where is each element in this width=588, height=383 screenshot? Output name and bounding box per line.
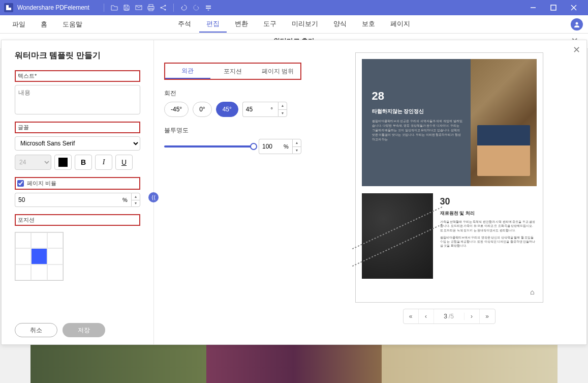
- menu-edit[interactable]: 편집: [199, 16, 227, 33]
- menu-home[interactable]: 홈: [34, 17, 54, 32]
- bold-button[interactable]: B: [75, 155, 92, 170]
- text-label: 텍스트*: [15, 70, 140, 82]
- font-label: 글꼴: [15, 122, 140, 133]
- preview-heading-2: 재료원천 및 처리: [440, 210, 537, 217]
- position-label: 포지션: [15, 214, 140, 226]
- cancel-button[interactable]: 취소: [15, 323, 57, 337]
- rotation-45[interactable]: 45°: [216, 102, 238, 117]
- pos-br[interactable]: [47, 264, 63, 280]
- opacity-unit: %: [280, 139, 292, 154]
- save-button[interactable]: 저장: [63, 323, 105, 337]
- svg-rect-8: [206, 8, 211, 9]
- position-grid: [15, 232, 64, 281]
- opacity-input[interactable]: [259, 139, 280, 154]
- opacity-slider[interactable]: [164, 145, 254, 148]
- menu-convert[interactable]: 변환: [228, 16, 255, 33]
- watermark-text-input[interactable]: [15, 85, 140, 114]
- preview-section-1: 28 타협하지않는 장인정신 컬럼비아콜렉티브의 성공은 우리의 피역자들과 석…: [362, 59, 471, 186]
- rotation-label: 회전: [164, 89, 301, 98]
- preview-num-2: 30: [440, 196, 537, 207]
- minimize-button[interactable]: [523, 0, 543, 15]
- rotation-neg45[interactable]: -45°: [164, 102, 189, 117]
- font-select[interactable]: Microsoft Sans Serif: [15, 136, 140, 151]
- maximize-button[interactable]: [543, 0, 564, 15]
- pos-tl[interactable]: [15, 232, 31, 248]
- tab-page-range[interactable]: 페이지 범위: [255, 64, 300, 79]
- opacity-label: 불투명도: [164, 126, 301, 135]
- preview-body-2a: 가족을 선택할때 우리는 육체적 편안함과 시력 편리에 중요을 두고 결정합니…: [440, 220, 537, 232]
- svg-rect-10: [551, 5, 556, 10]
- user-avatar[interactable]: [571, 18, 583, 31]
- menu-preview[interactable]: 미리보기: [285, 16, 325, 33]
- page-ratio-input[interactable]: [15, 193, 119, 207]
- pos-ml[interactable]: [15, 248, 31, 264]
- svg-rect-7: [206, 6, 211, 7]
- page-indicator: 3/5: [434, 313, 465, 320]
- save-icon[interactable]: [120, 2, 133, 14]
- menu-annotate[interactable]: 주석: [171, 16, 198, 33]
- menu-tools[interactable]: 도구: [256, 16, 284, 33]
- preview-page-icon: ⌂: [530, 288, 534, 296]
- page-ratio-label: 페이지 비율: [27, 180, 56, 187]
- tab-appearance[interactable]: 외관: [165, 64, 210, 79]
- mail-icon[interactable]: [133, 2, 145, 14]
- more-icon[interactable]: [202, 2, 214, 14]
- rotation-custom-input[interactable]: [242, 102, 266, 117]
- font-size-select[interactable]: 24: [15, 155, 51, 170]
- open-icon[interactable]: [108, 2, 120, 14]
- tab-position[interactable]: 포지션: [210, 64, 256, 79]
- app-logo: [4, 3, 13, 12]
- settings-tabs: 외관 포지션 페이지 범위: [164, 63, 301, 80]
- pos-mr[interactable]: [47, 248, 63, 264]
- rotation-0[interactable]: 0°: [193, 102, 211, 117]
- dialog-title: 워터마크 템플릿 만들기: [15, 50, 140, 61]
- italic-button[interactable]: I: [95, 155, 112, 170]
- preview-panel: 28 타협하지않는 장인정신 컬럼비아콜렉티브의 성공은 우리의 피역자들과 석…: [312, 40, 586, 344]
- page-navigation: « ‹ 3/5 › »: [403, 309, 496, 324]
- share-icon[interactable]: [157, 2, 169, 14]
- menubar: 파일 홈 도움말 주석 편집 변환 도구 미리보기 양식 보호 페이지: [0, 15, 588, 34]
- page-ratio-spinner[interactable]: ▴▾: [131, 193, 140, 207]
- menu-protect[interactable]: 보호: [355, 16, 382, 33]
- print-icon[interactable]: [145, 2, 157, 14]
- menu-help[interactable]: 도움말: [55, 17, 89, 32]
- menu-form[interactable]: 양식: [326, 16, 354, 33]
- middle-panel: 외관 포지션 페이지 범위 회전 -45° 0° 45° ° ▴▾ 불투명도 %…: [154, 40, 312, 344]
- dialog-close-icon[interactable]: ✕: [573, 44, 580, 55]
- nav-next-button[interactable]: ›: [465, 309, 480, 323]
- redo-icon[interactable]: [190, 2, 202, 14]
- pos-bc[interactable]: [31, 264, 47, 280]
- underline-button[interactable]: U: [115, 155, 133, 170]
- menu-page[interactable]: 페이지: [383, 16, 417, 33]
- titlebar: Wondershare PDFelement: [0, 0, 588, 15]
- preview-image-1: [471, 59, 537, 186]
- undo-icon[interactable]: [178, 2, 190, 14]
- rotation-unit: °: [266, 102, 278, 117]
- watermark-dialog: ✕ 워터마크 템플릿 만들기 텍스트* 글꼴 Microsoft Sans Se…: [1, 40, 587, 345]
- preview-heading-1: 타협하지않는 장인정신: [372, 108, 462, 115]
- nav-last-button[interactable]: »: [480, 309, 495, 323]
- pos-tr[interactable]: [47, 232, 63, 248]
- svg-point-13: [576, 22, 578, 24]
- opacity-spinner[interactable]: ▴▾: [292, 139, 301, 154]
- preview-num-1: 28: [372, 90, 462, 103]
- pos-tc[interactable]: [31, 232, 47, 248]
- app-title: Wondershare PDFelement: [17, 4, 89, 11]
- preview-section-2: 30 재료원천 및 처리 가족을 선택할때 우리는 육체적 편안함과 시력 편리…: [440, 193, 537, 279]
- background-thumbnails: [30, 345, 558, 383]
- left-panel: 워터마크 템플릿 만들기 텍스트* 글꼴 Microsoft Sans Seri…: [2, 40, 154, 344]
- page-preview: 28 타협하지않는 장인정신 컬럼비아콜렉티브의 성공은 우리의 피역자들과 석…: [355, 52, 543, 303]
- nav-prev-button[interactable]: ‹: [419, 309, 434, 323]
- rotation-spinner[interactable]: ▴▾: [278, 102, 287, 117]
- nav-first-button[interactable]: «: [404, 309, 419, 323]
- menu-file[interactable]: 파일: [5, 17, 33, 32]
- page-ratio-checkbox[interactable]: [17, 180, 24, 187]
- close-button[interactable]: [564, 0, 584, 15]
- page-ratio-row: 페이지 비율: [15, 177, 140, 190]
- preview-image-2: [362, 193, 433, 279]
- pos-bl[interactable]: [15, 264, 31, 280]
- pos-mc[interactable]: [31, 248, 47, 264]
- preview-body-1: 컬럼비아콜렉티브의 성공은 우리의 피역자들과 석제 작업에 달려있습니다. 다…: [372, 119, 462, 142]
- font-color-picker[interactable]: [54, 155, 72, 170]
- svg-rect-1: [149, 5, 153, 7]
